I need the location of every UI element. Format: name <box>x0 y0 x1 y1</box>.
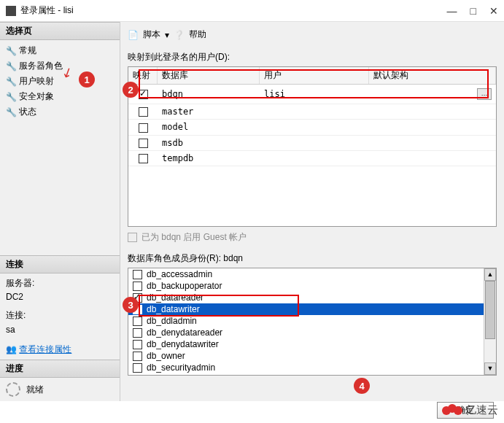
role-checkbox[interactable] <box>133 317 142 326</box>
progress-circle-icon <box>6 382 20 397</box>
role-row[interactable]: db_securityadmin <box>128 362 496 373</box>
script-icon: 📄 <box>128 30 139 40</box>
role-name: db_owner <box>147 351 185 361</box>
content-area: 📄 脚本 ▾ ❔ 帮助 映射到此登录名的用户(D): 映射 数据库 用户 默认架… <box>120 22 504 401</box>
connection-label: 连接: <box>6 308 114 322</box>
role-row[interactable]: public <box>128 373 496 376</box>
select-page-header: 选择页 <box>0 22 120 40</box>
role-checkbox[interactable] <box>133 375 142 376</box>
sidebar-item-general[interactable]: 🔧 常规 <box>0 43 120 58</box>
sidebar-item-securables[interactable]: 🔧 安全对象 <box>0 89 120 104</box>
user-mapping-table: 映射 数据库 用户 默认架构 bdqn lisi … master model <box>128 66 497 227</box>
wrench-icon: 🔧 <box>6 107 16 117</box>
role-name: db_datawriter <box>147 304 200 314</box>
role-name: db_accessadmin <box>147 269 212 279</box>
role-row[interactable]: db_datawriter <box>128 303 496 315</box>
role-checkbox[interactable] <box>133 270 142 279</box>
role-row[interactable]: db_denydatawriter <box>128 338 496 350</box>
db-roles-list: db_accessadmindb_backupoperatordb_datare… <box>128 268 497 376</box>
help-button[interactable]: 帮助 <box>189 28 206 41</box>
scroll-down-icon[interactable]: ▼ <box>484 362 496 375</box>
map-checkbox[interactable] <box>139 123 148 133</box>
sidebar-item-label: 用户映射 <box>19 75 54 88</box>
table-row[interactable]: master <box>128 104 496 120</box>
col-database: 数据库 <box>158 67 260 84</box>
dropdown-icon[interactable]: ▾ <box>165 30 169 40</box>
annotation-badge-2: 2 <box>123 82 139 98</box>
progress-status: 就绪 <box>26 384 44 396</box>
connection-header: 连接 <box>0 255 120 273</box>
role-row[interactable]: db_owner <box>128 350 496 362</box>
role-row[interactable]: db_denydatareader <box>128 327 496 338</box>
cell-database: tempdb <box>158 151 260 166</box>
server-label: 服务器: <box>6 276 114 290</box>
scroll-up-icon[interactable]: ▲ <box>484 268 496 281</box>
wrench-icon: 🔧 <box>6 92 16 102</box>
title-bar: 登录属性 - lisi — □ ✕ <box>0 0 504 22</box>
close-button[interactable]: ✕ <box>489 5 498 17</box>
map-checkbox[interactable] <box>139 154 148 163</box>
mapping-title: 映射到此登录名的用户(D): <box>128 51 497 63</box>
sidebar-item-label: 常规 <box>19 44 36 57</box>
guest-checkbox <box>128 233 137 242</box>
map-checkbox[interactable] <box>139 107 148 117</box>
people-icon: 👥 <box>6 344 17 354</box>
role-row[interactable]: db_datareader <box>128 292 496 303</box>
role-checkbox[interactable] <box>133 352 142 361</box>
role-name: db_denydatareader <box>147 327 222 338</box>
role-name: public <box>147 374 169 376</box>
browse-button[interactable]: … <box>477 88 492 100</box>
table-row[interactable]: model <box>128 120 496 135</box>
cell-database: model <box>158 120 260 134</box>
view-connection-link[interactable]: 查看连接属性 <box>19 344 71 354</box>
role-name: db_securityadmin <box>147 362 215 373</box>
window-title: 登录属性 - lisi <box>20 4 447 17</box>
scroll-thumb[interactable] <box>485 281 495 339</box>
cell-user: lisi <box>260 85 369 103</box>
progress-header: 进度 <box>0 360 120 378</box>
sidebar-item-label: 状态 <box>19 106 36 118</box>
guest-label: 已为 bdqn 启用 Guest 帐户 <box>141 231 247 244</box>
annotation-badge-4: 4 <box>354 378 370 394</box>
minimize-button[interactable]: — <box>447 5 457 17</box>
role-row[interactable]: db_backupoperator <box>128 280 496 292</box>
scrollbar[interactable]: ▲ ▼ <box>484 268 496 375</box>
role-row[interactable]: db_ddladmin <box>128 315 496 327</box>
watermark: 亿速云 <box>442 403 498 417</box>
annotation-badge-1: 1 <box>79 71 95 88</box>
role-checkbox[interactable] <box>133 328 142 338</box>
role-checkbox[interactable] <box>133 363 142 373</box>
watermark-text: 亿速云 <box>465 403 498 417</box>
sidebar-item-user-mapping[interactable]: 🔧 用户映射 <box>0 74 120 89</box>
table-row[interactable]: bdqn lisi … <box>128 85 496 104</box>
maximize-button[interactable]: □ <box>470 5 476 17</box>
map-checkbox[interactable] <box>139 139 148 148</box>
window-controls: — □ ✕ <box>447 5 498 17</box>
cell-database: bdqn <box>158 85 260 103</box>
window-icon <box>6 6 16 16</box>
role-name: db_denydatawriter <box>147 339 219 349</box>
sidebar-item-label: 安全对象 <box>19 90 54 103</box>
sidebar-item-label: 服务器角色 <box>19 60 63 72</box>
watermark-logo-icon <box>442 404 462 417</box>
wrench-icon: 🔧 <box>6 61 16 71</box>
annotation-badge-3: 3 <box>123 297 139 313</box>
sidebar-item-status[interactable]: 🔧 状态 <box>0 104 120 120</box>
help-icon: ❔ <box>174 30 185 40</box>
cell-database: msdb <box>158 136 260 150</box>
role-name: db_datareader <box>147 292 203 303</box>
col-user: 用户 <box>260 67 369 84</box>
role-checkbox[interactable] <box>133 340 142 349</box>
roles-title: 数据库角色成员身份(R): bdqn <box>128 252 497 265</box>
wrench-icon: 🔧 <box>6 46 16 56</box>
role-row[interactable]: db_accessadmin <box>128 268 496 280</box>
role-name: db_backupoperator <box>147 281 222 291</box>
table-row[interactable]: tempdb <box>128 151 496 166</box>
map-checkbox[interactable] <box>139 90 148 99</box>
cell-database: master <box>158 104 260 119</box>
script-button[interactable]: 脚本 <box>143 28 160 41</box>
role-checkbox[interactable] <box>133 282 142 291</box>
sidebar: 选择页 🔧 常规 🔧 服务器角色 🔧 用户映射 🔧 安全对象 <box>0 22 120 401</box>
table-row[interactable]: msdb <box>128 136 496 151</box>
guest-enabled-row: 已为 bdqn 启用 Guest 帐户 <box>128 227 497 248</box>
